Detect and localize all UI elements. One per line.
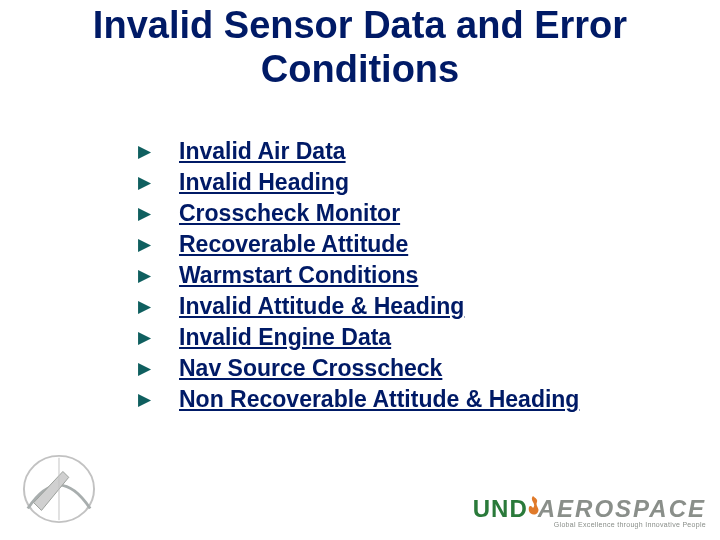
org-logo-icon [20,452,98,526]
list-item-label: Recoverable Attitude [179,231,408,258]
triangle-bullet-icon: ▶ [138,358,151,379]
triangle-bullet-icon: ▶ [138,234,151,255]
list-item-label: Warmstart Conditions [179,262,418,289]
list-item-label: Invalid Attitude & Heading [179,293,464,320]
list-item-label: Invalid Heading [179,169,349,196]
list-item[interactable]: ▶ Invalid Engine Data [138,324,579,351]
list-item[interactable]: ▶ Invalid Attitude & Heading [138,293,579,320]
title-line-2: Conditions [261,48,459,90]
brand-left: UND [473,495,528,523]
brand-tagline: Global Excellence through Innovative Peo… [554,521,706,528]
list-item[interactable]: ▶ Warmstart Conditions [138,262,579,289]
triangle-bullet-icon: ▶ [138,203,151,224]
list-item[interactable]: ▶ Recoverable Attitude [138,231,579,258]
title-line-1: Invalid Sensor Data and Error [93,4,627,46]
list-item[interactable]: ▶ Invalid Heading [138,169,579,196]
list-item-label: Non Recoverable Attitude & Heading [179,386,579,413]
list-item[interactable]: ▶ Non Recoverable Attitude & Heading [138,386,579,413]
slide: Invalid Sensor Data and Error Conditions… [0,0,720,540]
triangle-bullet-icon: ▶ [138,172,151,193]
topic-list: ▶ Invalid Air Data ▶ Invalid Heading ▶ C… [138,138,579,417]
list-item-label: Invalid Air Data [179,138,346,165]
triangle-bullet-icon: ▶ [138,389,151,410]
triangle-bullet-icon: ▶ [138,265,151,286]
slide-title: Invalid Sensor Data and Error Conditions [0,0,720,91]
list-item[interactable]: ▶ Crosscheck Monitor [138,200,579,227]
und-aerospace-logo: UND AEROSPACE Global Excellence through … [473,495,706,528]
triangle-bullet-icon: ▶ [138,296,151,317]
list-item[interactable]: ▶ Invalid Air Data [138,138,579,165]
list-item-label: Nav Source Crosscheck [179,355,442,382]
und-wordmark: UND AEROSPACE [473,495,706,523]
list-item[interactable]: ▶ Nav Source Crosscheck [138,355,579,382]
brand-right: AEROSPACE [538,495,706,523]
list-item-label: Invalid Engine Data [179,324,391,351]
triangle-bullet-icon: ▶ [138,141,151,162]
list-item-label: Crosscheck Monitor [179,200,400,227]
triangle-bullet-icon: ▶ [138,327,151,348]
